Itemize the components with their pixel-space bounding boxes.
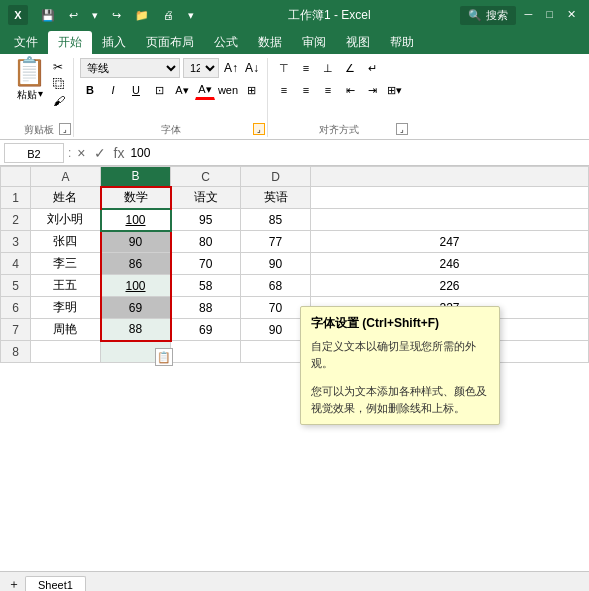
cell-D1[interactable]: 英语 <box>241 187 311 209</box>
cell-B3[interactable]: 90 <box>101 231 171 253</box>
paste-button[interactable]: 📋 <box>12 58 47 86</box>
formula-input[interactable] <box>130 143 585 163</box>
redo-button[interactable]: ↪ <box>107 7 126 24</box>
tab-file[interactable]: 文件 <box>4 31 48 54</box>
fill-color-button[interactable]: A▾ <box>172 80 192 100</box>
cell-B4[interactable]: 86 <box>101 253 171 275</box>
open-button[interactable]: 📁 <box>130 7 154 24</box>
confirm-icon[interactable]: ✓ <box>92 145 108 161</box>
search-box[interactable]: 🔍 搜索 <box>460 6 516 25</box>
cell-C1[interactable]: 语文 <box>171 187 241 209</box>
row-header-8: 8 <box>1 341 31 363</box>
undo-button[interactable]: ↩ <box>64 7 83 24</box>
sheet-tab-1[interactable]: Sheet1 <box>25 576 86 591</box>
toolbar-dropdown[interactable]: ▾ <box>183 7 199 24</box>
align-center-button[interactable]: ≡ <box>296 80 316 100</box>
tab-formula[interactable]: 公式 <box>204 31 248 54</box>
cell-A6[interactable]: 李明 <box>31 297 101 319</box>
cell-C8[interactable] <box>171 341 241 363</box>
tab-insert[interactable]: 插入 <box>92 31 136 54</box>
cell-A1[interactable]: 姓名 <box>31 187 101 209</box>
cell-B7[interactable]: 88 <box>101 319 171 341</box>
print-button[interactable]: 🖨 <box>158 7 179 23</box>
wrap-text-button[interactable]: wen <box>218 80 238 100</box>
cell-B1[interactable]: 数学 <box>101 187 171 209</box>
italic-button[interactable]: I <box>103 80 123 100</box>
cell-D3[interactable]: 77 <box>241 231 311 253</box>
decrease-font-button[interactable]: A↓ <box>243 59 261 77</box>
cell-C2[interactable]: 95 <box>171 209 241 231</box>
cancel-icon[interactable]: × <box>75 145 87 161</box>
paste-dropdown[interactable]: ▾ <box>38 88 43 102</box>
cut-button[interactable]: ✂ <box>53 60 65 74</box>
cell-C3[interactable]: 80 <box>171 231 241 253</box>
add-sheet-button[interactable]: ＋ <box>4 576 24 591</box>
maximize-button[interactable]: □ <box>541 6 558 25</box>
column-header-row: A B C D <box>1 167 589 187</box>
cell-B5[interactable]: 100 <box>101 275 171 297</box>
cell-A7[interactable]: 周艳 <box>31 319 101 341</box>
cell-A2[interactable]: 刘小明 <box>31 209 101 231</box>
tab-page-layout[interactable]: 页面布局 <box>136 31 204 54</box>
cell-C7[interactable]: 69 <box>171 319 241 341</box>
cell-C6[interactable]: 88 <box>171 297 241 319</box>
align-right-button[interactable]: ≡ <box>318 80 338 100</box>
border-button[interactable]: ⊡ <box>149 80 169 100</box>
clipboard-dialog-launcher[interactable]: ⌟ <box>59 123 71 135</box>
merge-center-button[interactable]: ⊞▾ <box>384 80 404 100</box>
save-button[interactable]: 💾 <box>36 7 60 24</box>
col-header-E[interactable] <box>311 167 589 187</box>
font-color-button[interactable]: A▾ <box>195 80 215 100</box>
align-bottom-button[interactable]: ⊥ <box>318 58 338 78</box>
align-top-button[interactable]: ⊤ <box>274 58 294 78</box>
col-header-C[interactable]: C <box>171 167 241 187</box>
cell-A5[interactable]: 王五 <box>31 275 101 297</box>
alignment-dialog-launcher[interactable]: ⌟ <box>396 123 408 135</box>
paste-label[interactable]: 粘贴 <box>17 88 37 102</box>
cell-D2[interactable]: 85 <box>241 209 311 231</box>
font-size-select[interactable]: 12 <box>183 58 219 78</box>
alignment-controls: ⊤ ≡ ⊥ ∠ ↵ ≡ ≡ ≡ ⇤ ⇥ ⊞▾ <box>274 58 404 100</box>
merge-button[interactable]: ⊞ <box>241 80 261 100</box>
undo-dropdown[interactable]: ▾ <box>87 7 103 24</box>
cell-C5[interactable]: 58 <box>171 275 241 297</box>
tab-data[interactable]: 数据 <box>248 31 292 54</box>
cell-A3[interactable]: 张四 <box>31 231 101 253</box>
underline-button[interactable]: U <box>126 80 146 100</box>
tab-help[interactable]: 帮助 <box>380 31 424 54</box>
angle-text-button[interactable]: ∠ <box>340 58 360 78</box>
close-button[interactable]: ✕ <box>562 6 581 25</box>
align-left-button[interactable]: ≡ <box>274 80 294 100</box>
align-middle-button[interactable]: ≡ <box>296 58 316 78</box>
col-header-D[interactable]: D <box>241 167 311 187</box>
tab-review[interactable]: 审阅 <box>292 31 336 54</box>
group-font: 等线 12 A↑ A↓ B I U ⊡ A▾ A▾ wen ⊞ 字体 ⌟ <box>74 58 268 137</box>
font-label: 字体 <box>161 121 181 137</box>
tab-view[interactable]: 视图 <box>336 31 380 54</box>
bold-button[interactable]: B <box>80 80 100 100</box>
wrap-button[interactable]: ↵ <box>362 58 382 78</box>
cell-D4[interactable]: 90 <box>241 253 311 275</box>
font-dialog-launcher[interactable]: ⌟ <box>253 123 265 135</box>
cell-B6[interactable]: 69 <box>101 297 171 319</box>
table-row: 2 刘小明 100 95 85 <box>1 209 589 231</box>
increase-font-button[interactable]: A↑ <box>222 59 240 77</box>
copy-paste-icon[interactable]: 📋 <box>155 348 173 366</box>
tab-home[interactable]: 开始 <box>48 31 92 54</box>
copy-button[interactable]: ⿻ <box>53 77 65 91</box>
cell-A8[interactable] <box>31 341 101 363</box>
col-header-B[interactable]: B <box>101 167 171 187</box>
cell-D5[interactable]: 68 <box>241 275 311 297</box>
cell-B2[interactable]: 100 <box>101 209 171 231</box>
cell-C4[interactable]: 70 <box>171 253 241 275</box>
font-family-select[interactable]: 等线 <box>80 58 180 78</box>
increase-indent-button[interactable]: ⇥ <box>362 80 382 100</box>
col-header-A[interactable]: A <box>31 167 101 187</box>
format-painter-button[interactable]: 🖌 <box>53 94 65 108</box>
decrease-indent-button[interactable]: ⇤ <box>340 80 360 100</box>
function-icon[interactable]: fx <box>112 145 127 161</box>
cell-reference-box[interactable]: B2 <box>4 143 64 163</box>
minimize-button[interactable]: ─ <box>520 6 538 25</box>
align-row2: ≡ ≡ ≡ ⇤ ⇥ ⊞▾ <box>274 80 404 100</box>
cell-A4[interactable]: 李三 <box>31 253 101 275</box>
